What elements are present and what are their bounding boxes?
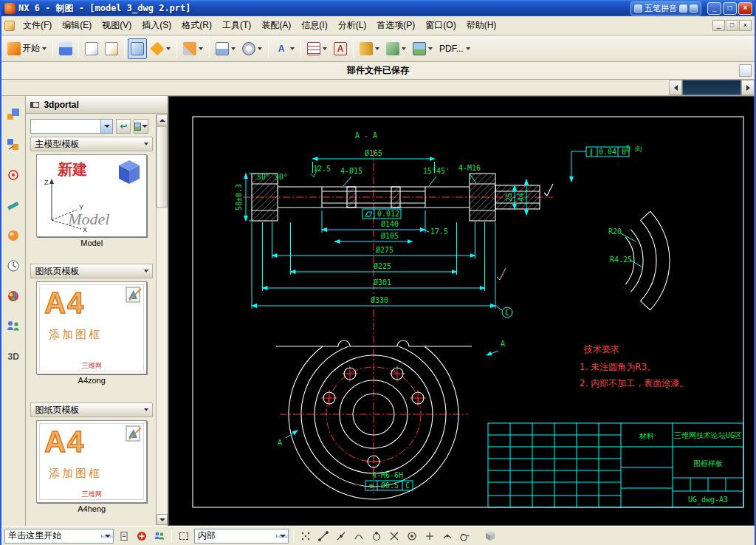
start-button[interactable]: 开始 xyxy=(4,38,49,59)
snap-quadrant-button[interactable] xyxy=(369,529,384,544)
palette-body: ↩ 主模型模板 新建 xyxy=(26,114,168,513)
surface-finish-icon xyxy=(497,268,506,280)
dimension-button[interactable] xyxy=(357,38,382,59)
materials-tab[interactable] xyxy=(4,226,23,245)
menu-information[interactable]: 信息(I) xyxy=(296,16,332,35)
graphics-viewport[interactable]: A - A Ø165 12.5 4-Ø15 15°45' 4-M16 50° 5… xyxy=(168,96,755,526)
window-title: NX 6 - 制图 - [model 3_dwg 2.prt] xyxy=(18,2,191,15)
snap-arc-button[interactable] xyxy=(351,529,366,544)
filter-doc-button[interactable] xyxy=(117,529,131,544)
snap-center-button[interactable] xyxy=(405,529,419,544)
menu-preferences[interactable]: 首选项(P) xyxy=(371,16,420,35)
combo-arrow-button[interactable] xyxy=(101,535,113,538)
section-header-sheet2[interactable]: 图纸页模板 xyxy=(30,402,153,417)
dim-w25: 25 xyxy=(505,193,513,202)
roles-tab[interactable] xyxy=(4,317,23,336)
pdf-button[interactable]: PDF... xyxy=(436,38,473,59)
section-view-button[interactable] xyxy=(239,38,265,59)
minimize-button[interactable]: _ xyxy=(707,2,721,15)
table-button[interactable] xyxy=(304,38,330,59)
ime-mode-icon[interactable] xyxy=(679,4,687,13)
mdi-restore-button[interactable]: □ xyxy=(726,20,738,31)
menu-view[interactable]: 视图(V) xyxy=(97,16,137,35)
sketch-button[interactable] xyxy=(128,38,147,59)
palette-scrollbar[interactable] xyxy=(156,114,167,525)
menu-edit[interactable]: 编辑(E) xyxy=(57,16,97,35)
chevron-down-icon xyxy=(375,47,379,50)
add-selection-button[interactable] xyxy=(134,529,149,544)
snap-point-on-curve-button[interactable] xyxy=(440,529,455,544)
fcf-flat-val: 0.012 xyxy=(377,210,399,218)
drawing-canvas[interactable]: A - A Ø165 12.5 4-Ø15 15°45' 4-M16 50° 5… xyxy=(169,97,755,527)
module-button[interactable] xyxy=(483,529,498,544)
snap-grid-button[interactable] xyxy=(298,529,313,544)
roles-button[interactable] xyxy=(152,529,167,544)
start-label: 开始 xyxy=(22,42,40,55)
palette-back-button[interactable]: ↩ xyxy=(116,119,131,134)
hd3d-tab[interactable]: 3D xyxy=(4,347,23,366)
scroll-right-button[interactable] xyxy=(741,80,755,95)
section-header-sheet1[interactable]: 图纸页模板 xyxy=(30,264,153,278)
datum-button[interactable] xyxy=(148,38,173,59)
edit-sheet-button[interactable] xyxy=(102,38,121,59)
scroll-up-button[interactable] xyxy=(157,114,168,126)
palette-filter-combo[interactable] xyxy=(30,119,113,134)
assembly-navigator-tab[interactable] xyxy=(4,105,23,124)
ime-settings-icon[interactable] xyxy=(690,4,698,13)
ime-toolbar[interactable]: 五笔拼音 xyxy=(630,1,701,16)
tab-strip[interactable] xyxy=(682,80,741,95)
menu-analysis[interactable]: 分析(L) xyxy=(333,16,372,35)
menu-insert[interactable]: 插入(S) xyxy=(137,16,176,35)
menu-format[interactable]: 格式(R) xyxy=(176,16,217,35)
combo-arrow-button[interactable] xyxy=(276,535,288,538)
part-navigator-tab[interactable] xyxy=(4,165,23,185)
template-a4zong-card[interactable]: A4 添加图框 三维网 xyxy=(36,281,147,374)
part-file-icon[interactable] xyxy=(4,21,15,31)
window-layout-button[interactable] xyxy=(56,38,75,59)
scrollbar-thumb[interactable] xyxy=(157,126,168,208)
snap-tangent-button[interactable] xyxy=(458,529,472,544)
palette-tab[interactable] xyxy=(4,287,23,306)
new-sheet-button[interactable] xyxy=(82,38,101,59)
section-header-label: 图纸页模板 xyxy=(35,404,79,417)
mdi-close-button[interactable]: × xyxy=(739,20,752,31)
constraint-navigator-tab[interactable] xyxy=(4,135,23,154)
snap-midpoint-button[interactable] xyxy=(334,529,348,544)
prompt-bar: 部件文件已保存 xyxy=(1,62,755,80)
menu-assemblies[interactable]: 装配(A) xyxy=(256,16,296,35)
snap-intersection-button[interactable] xyxy=(387,529,402,544)
combo-arrow-button[interactable] xyxy=(100,120,112,133)
annotation-button[interactable]: A xyxy=(272,38,298,59)
section-header-model[interactable]: 主模型模板 xyxy=(30,137,153,151)
palette-preview-button[interactable] xyxy=(134,119,148,134)
rectangle-select-button[interactable] xyxy=(176,529,191,544)
cue-combo[interactable]: 单击这里开始 xyxy=(4,529,114,544)
menu-window[interactable]: 窗口(O) xyxy=(420,16,461,35)
close-button[interactable]: × xyxy=(738,2,752,15)
snap-point-button[interactable] xyxy=(422,529,437,544)
reuse-library-tab[interactable] xyxy=(4,196,23,215)
axis-z-label: Z xyxy=(44,179,49,186)
template-model-card[interactable]: 新建 Z X Y Model xyxy=(36,154,147,237)
symbol-button[interactable] xyxy=(383,38,409,59)
scope-combo[interactable]: 内部 xyxy=(194,529,289,544)
note-button[interactable]: A xyxy=(331,38,350,59)
ime-grid-icon[interactable] xyxy=(634,4,642,13)
scroll-left-button[interactable] xyxy=(669,80,682,95)
prompt-corner-icon[interactable] xyxy=(739,64,752,77)
scroll-down-button[interactable] xyxy=(157,514,168,525)
template-a4heng-card[interactable]: A4 添加图框 三维网 xyxy=(36,420,147,503)
nx-app-icon[interactable] xyxy=(4,3,16,14)
curve-button[interactable] xyxy=(180,38,206,59)
dim-ang50: 50° xyxy=(257,173,270,181)
menu-help[interactable]: 帮助(H) xyxy=(461,16,502,35)
menu-file[interactable]: 文件(F) xyxy=(18,16,57,35)
menu-tools[interactable]: 工具(T) xyxy=(217,16,256,35)
restore-button[interactable]: □ xyxy=(723,2,737,15)
history-tab[interactable] xyxy=(4,256,23,275)
mdi-minimize-button[interactable]: _ xyxy=(712,20,725,31)
snap-endpoint-button[interactable] xyxy=(316,529,331,544)
pin-icon[interactable] xyxy=(30,102,39,108)
image-button[interactable] xyxy=(410,38,436,59)
base-view-button[interactable] xyxy=(213,38,238,59)
